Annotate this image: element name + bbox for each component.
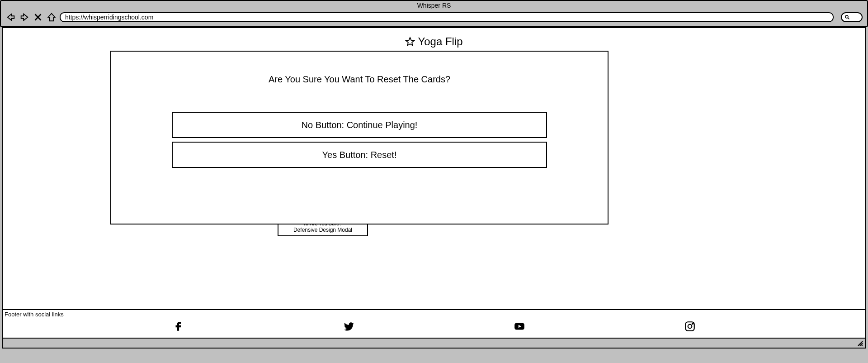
page-title-text: Yoga Flip xyxy=(418,35,462,48)
behind-line2: Defensive Design Modal xyxy=(293,227,352,233)
modal-question: Are You Sure You Want To Reset The Cards… xyxy=(172,74,547,85)
close-icon[interactable] xyxy=(33,12,43,23)
status-bar xyxy=(2,339,866,349)
confirm-reset-modal: Are You Sure You Want To Reset The Cards… xyxy=(110,51,609,224)
svg-point-3 xyxy=(688,325,692,329)
search-icon xyxy=(844,14,850,20)
window-title: Whisper RS xyxy=(1,1,867,10)
footer-social-links xyxy=(3,319,865,338)
home-icon[interactable] xyxy=(46,12,57,23)
star-icon xyxy=(405,37,415,47)
footer: Footer with social links xyxy=(3,309,865,338)
facebook-icon[interactable] xyxy=(173,320,184,334)
twitter-icon[interactable] xyxy=(343,320,355,334)
footer-label: Footer with social links xyxy=(3,310,865,319)
page-title: Yoga Flip xyxy=(3,35,865,48)
svg-point-0 xyxy=(845,15,848,18)
svg-point-4 xyxy=(692,323,693,324)
page-viewport: Yoga Flip w/ Are You Sure? Defensive Des… xyxy=(2,27,866,339)
yes-reset-button[interactable]: Yes Button: Reset! xyxy=(172,142,547,168)
behind-modal-label: w/ Are You Sure? Defensive Design Modal xyxy=(278,224,368,236)
search-pill[interactable] xyxy=(841,12,863,22)
instagram-icon[interactable] xyxy=(684,320,696,334)
back-icon[interactable] xyxy=(5,12,16,23)
browser-nav-bar: https://whisperridingschool.com xyxy=(1,10,867,26)
address-bar[interactable]: https://whisperridingschool.com xyxy=(60,12,834,22)
forward-icon[interactable] xyxy=(19,12,30,23)
youtube-icon[interactable] xyxy=(514,320,525,334)
no-continue-button[interactable]: No Button: Continue Playing! xyxy=(172,112,547,138)
resize-grip-icon xyxy=(857,340,863,347)
